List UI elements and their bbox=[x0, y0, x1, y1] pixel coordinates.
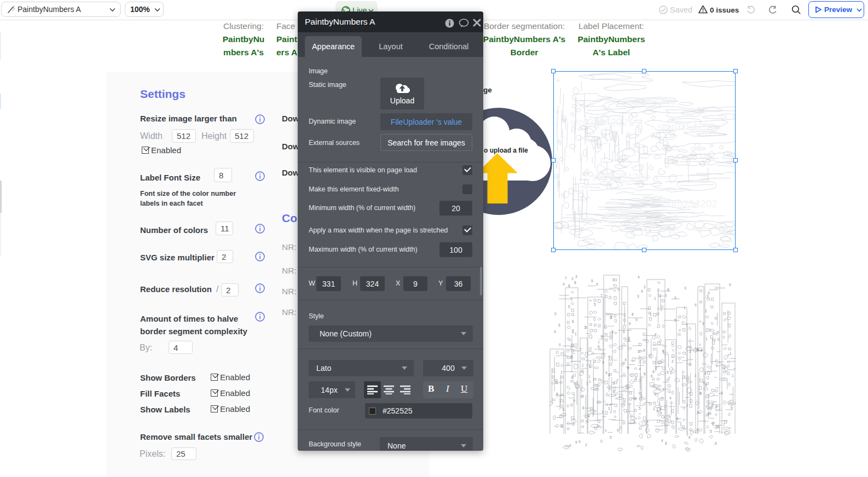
svg-text:0: 0 bbox=[608, 373, 610, 377]
svg-text:1: 1 bbox=[665, 293, 667, 297]
svg-text:6: 6 bbox=[667, 370, 669, 374]
svg-text:8: 8 bbox=[568, 284, 570, 288]
svg-text:3: 3 bbox=[684, 286, 686, 290]
svg-text:1: 1 bbox=[638, 350, 640, 353]
svg-text:3: 3 bbox=[584, 325, 586, 329]
svg-text:8: 8 bbox=[574, 281, 576, 284]
svg-text:0: 0 bbox=[554, 312, 557, 316]
svg-text:6: 6 bbox=[555, 381, 558, 385]
svg-text:4: 4 bbox=[685, 322, 687, 326]
svg-text:1: 1 bbox=[695, 374, 697, 377]
svg-text:0: 0 bbox=[715, 332, 717, 336]
svg-text:4: 4 bbox=[624, 358, 627, 362]
svg-text:4: 4 bbox=[661, 439, 663, 443]
svg-text:3: 3 bbox=[637, 294, 639, 298]
svg-text:8: 8 bbox=[713, 331, 715, 335]
svg-text:9: 9 bbox=[588, 414, 590, 418]
svg-text:stor0254202: stor0254202 bbox=[570, 117, 628, 128]
svg-text:6: 6 bbox=[613, 390, 615, 394]
svg-text:5: 5 bbox=[570, 297, 572, 301]
svg-text:5: 5 bbox=[594, 303, 596, 306]
svg-text:5: 5 bbox=[591, 279, 593, 283]
svg-text:9: 9 bbox=[721, 391, 723, 395]
svg-text:9: 9 bbox=[570, 355, 572, 359]
svg-text:1: 1 bbox=[589, 360, 592, 364]
svg-text:5: 5 bbox=[652, 370, 655, 374]
svg-text:3: 3 bbox=[707, 294, 709, 298]
svg-text:4: 4 bbox=[639, 367, 641, 371]
svg-text:2: 2 bbox=[608, 406, 610, 410]
svg-text:5: 5 bbox=[710, 429, 712, 433]
svg-text:1: 1 bbox=[586, 381, 588, 385]
svg-text:1: 1 bbox=[650, 312, 652, 316]
svg-text:6: 6 bbox=[699, 391, 702, 395]
svg-text:1: 1 bbox=[575, 332, 577, 336]
svg-text:5: 5 bbox=[610, 316, 612, 319]
svg-text:0: 0 bbox=[559, 343, 561, 347]
svg-text:3: 3 bbox=[711, 402, 714, 406]
svg-text:9: 9 bbox=[589, 365, 591, 369]
svg-text:4: 4 bbox=[563, 282, 565, 286]
svg-text:stor0254202: stor0254202 bbox=[657, 121, 715, 132]
svg-text:0: 0 bbox=[561, 424, 563, 428]
svg-text:8: 8 bbox=[715, 441, 717, 445]
svg-text:4: 4 bbox=[704, 371, 707, 375]
svg-text:9: 9 bbox=[715, 405, 717, 409]
svg-text:6: 6 bbox=[656, 386, 658, 390]
svg-text:4: 4 bbox=[658, 402, 661, 406]
svg-text:3: 3 bbox=[697, 411, 699, 415]
svg-text:2: 2 bbox=[571, 277, 574, 281]
svg-text:1: 1 bbox=[670, 371, 672, 375]
svg-text:2: 2 bbox=[585, 443, 587, 447]
svg-text:9: 9 bbox=[712, 422, 714, 426]
svg-text:5: 5 bbox=[610, 435, 612, 439]
svg-text:8: 8 bbox=[556, 392, 558, 396]
svg-text:9: 9 bbox=[695, 303, 697, 307]
svg-text:5: 5 bbox=[639, 406, 641, 410]
svg-text:9: 9 bbox=[554, 330, 556, 334]
svg-text:7: 7 bbox=[716, 425, 718, 429]
svg-text:9: 9 bbox=[602, 360, 604, 364]
svg-text:0: 0 bbox=[710, 407, 712, 411]
svg-text:1: 1 bbox=[588, 375, 591, 379]
svg-text:7: 7 bbox=[598, 341, 600, 345]
svg-text:1: 1 bbox=[589, 380, 591, 383]
svg-text:6: 6 bbox=[697, 428, 699, 432]
svg-text:4: 4 bbox=[638, 275, 640, 279]
svg-text:9: 9 bbox=[729, 283, 731, 287]
svg-text:8: 8 bbox=[627, 366, 629, 370]
svg-text:0: 0 bbox=[612, 278, 615, 282]
svg-text:9: 9 bbox=[596, 282, 598, 286]
svg-text:9: 9 bbox=[574, 381, 576, 385]
svg-text:stor0254202: stor0254202 bbox=[619, 95, 676, 107]
svg-text:6: 6 bbox=[697, 348, 699, 352]
svg-text:9: 9 bbox=[605, 371, 607, 375]
svg-text:8: 8 bbox=[646, 420, 649, 423]
svg-text:1: 1 bbox=[680, 422, 682, 426]
svg-text:3: 3 bbox=[597, 424, 599, 428]
svg-text:1: 1 bbox=[730, 352, 732, 356]
svg-text:4: 4 bbox=[669, 396, 672, 400]
svg-text:2: 2 bbox=[644, 285, 646, 289]
svg-text:3: 3 bbox=[575, 275, 577, 278]
svg-text:1: 1 bbox=[686, 403, 688, 407]
svg-text:0: 0 bbox=[655, 367, 657, 370]
svg-text:6: 6 bbox=[629, 322, 631, 325]
svg-text:3: 3 bbox=[660, 307, 662, 311]
svg-text:9: 9 bbox=[575, 440, 577, 444]
svg-text:7: 7 bbox=[585, 420, 587, 424]
svg-text:0: 0 bbox=[674, 296, 676, 300]
svg-text:8: 8 bbox=[632, 312, 634, 316]
svg-text:1: 1 bbox=[684, 306, 686, 310]
svg-text:7: 7 bbox=[580, 347, 582, 351]
svg-text:9: 9 bbox=[635, 318, 638, 322]
svg-text:1: 1 bbox=[662, 350, 664, 354]
svg-text:1: 1 bbox=[560, 370, 563, 374]
svg-text:8: 8 bbox=[667, 288, 669, 292]
svg-text:6: 6 bbox=[688, 435, 691, 439]
svg-text:4: 4 bbox=[571, 376, 574, 380]
svg-text:9: 9 bbox=[656, 409, 658, 413]
svg-text:7: 7 bbox=[616, 379, 618, 382]
svg-text:5: 5 bbox=[623, 330, 625, 334]
svg-text:9: 9 bbox=[617, 428, 619, 432]
